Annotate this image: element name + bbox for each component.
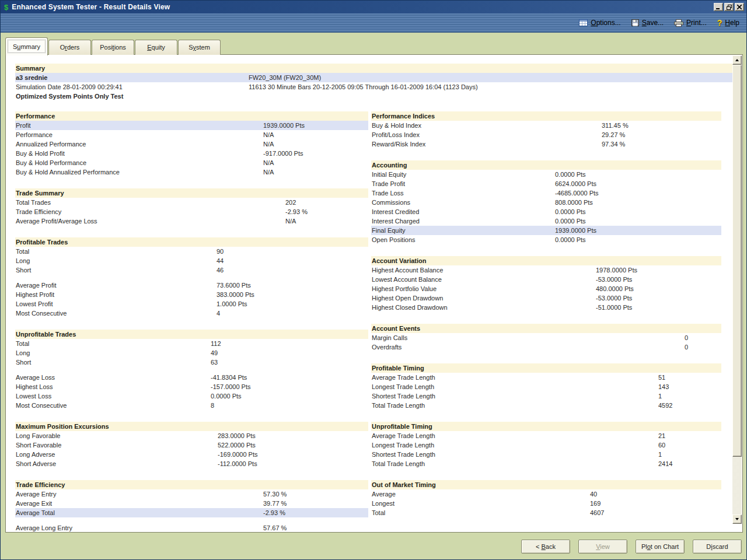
table-row[interactable]: PerformanceN/A: [15, 130, 368, 139]
table-row[interactable]: Long Favorable283.0000 Pts: [15, 431, 368, 440]
row-value: 522.0000 Pts: [218, 440, 256, 450]
table-row[interactable]: Average Total-2.93 %: [15, 508, 368, 517]
table-row[interactable]: Average Trade Length51: [371, 373, 721, 382]
table-row[interactable]: Longest169: [371, 499, 721, 508]
back-button[interactable]: < Back: [521, 540, 570, 554]
table-row[interactable]: Average Exit39.77 %: [15, 499, 368, 508]
table-row[interactable]: Long49: [15, 348, 368, 358]
row-value: -169.0000 Pts: [218, 450, 258, 459]
tab-summary[interactable]: Summary: [5, 37, 48, 55]
view-button[interactable]: View: [578, 540, 627, 554]
table-row[interactable]: Lowest Loss0.0000 Pts: [15, 391, 368, 401]
table-row[interactable]: Reward/Risk Index97.34 %: [371, 139, 721, 149]
table-row[interactable]: Average Trade Length21: [371, 431, 721, 440]
row-value: N/A: [263, 158, 274, 167]
table-row[interactable]: Trade Efficiency-2.93 %: [15, 207, 368, 216]
table-row[interactable]: Total4607: [371, 508, 721, 517]
scrollbar-thumb[interactable]: [732, 65, 742, 457]
title-bar: $ Enhanced System Tester - Result Detail…: [1, 1, 746, 13]
table-row[interactable]: Buy & Hold Index311.45 %: [371, 121, 721, 130]
section-header: Profitable Trades: [15, 237, 368, 247]
table-row[interactable]: Highest Profit383.0000 Pts: [15, 290, 368, 299]
discard-button[interactable]: Discard: [693, 540, 742, 554]
tab-orders[interactable]: Orders: [48, 40, 91, 55]
row-label: Annualized Performance: [16, 139, 86, 149]
test-type-row[interactable]: Optimized System Points Only Test: [15, 92, 733, 101]
table-row[interactable]: Longest Trade Length143: [371, 382, 721, 391]
save-button[interactable]: Save...: [631, 19, 664, 27]
table-row[interactable]: Highest Loss-157.0000 Pts: [15, 382, 368, 391]
table-row[interactable]: Highest Open Drawdown-53.0000 Pts: [371, 293, 721, 303]
table-row[interactable]: Short63: [15, 358, 368, 367]
table-row[interactable]: Highest Account Balance1978.0000 Pts: [371, 265, 721, 275]
row-label: Final Equity: [372, 226, 405, 235]
table-row[interactable]: Lowest Account Balance-53.0000 Pts: [371, 275, 721, 284]
plot-on-chart-button[interactable]: Plot on Chart: [636, 540, 685, 554]
minimize-icon: [716, 5, 721, 9]
table-row[interactable]: Total90: [15, 247, 368, 256]
table-row[interactable]: Shortest Trade Length1: [371, 450, 721, 459]
table-row[interactable]: Buy & Hold PerformanceN/A: [15, 158, 368, 167]
scroll-up-button[interactable]: [732, 55, 742, 65]
row-value: 4: [217, 309, 220, 318]
table-row[interactable]: Final Equity1939.0000 Pts: [371, 226, 721, 235]
table-row[interactable]: Short Favorable522.0000 Pts: [15, 440, 368, 450]
table-row[interactable]: Short Adverse-112.0000 Pts: [15, 459, 368, 468]
table-row[interactable]: Overdrafts0: [371, 342, 721, 352]
tab-positions[interactable]: Positions: [92, 40, 134, 55]
table-row[interactable]: Average40: [371, 489, 721, 499]
simulation-row[interactable]: Simulation Date 28-01-2009 00:29:41 1161…: [15, 82, 733, 92]
table-row[interactable]: Highest Portfolio Value480.0000 Pts: [371, 284, 721, 293]
row-value: 311.45 %: [602, 121, 629, 130]
table-row[interactable]: Lowest Profit1.0000 Pts: [15, 299, 368, 309]
table-row[interactable]: Most Consecutive8: [15, 401, 368, 410]
tab-equity[interactable]: Equity: [135, 40, 177, 55]
system-name-row[interactable]: a3 srednie FW20_30M (FW20_30M): [15, 73, 733, 82]
row-label: Overdrafts: [372, 342, 402, 352]
table-row[interactable]: Profit1939.0000 Pts: [15, 121, 368, 130]
table-row[interactable]: Buy & Hold Annualized PerformanceN/A: [15, 167, 368, 177]
table-row[interactable]: Average Profit/Average LossN/A: [15, 216, 368, 226]
table-row[interactable]: Highest Closed Drawdown-51.0000 Pts: [371, 303, 721, 312]
table-row[interactable]: Short46: [15, 265, 368, 275]
table-row[interactable]: Total112: [15, 339, 368, 348]
section-header: Performance Indices: [371, 111, 721, 121]
table-row[interactable]: Most Consecutive4: [15, 309, 368, 318]
row-label: Average Long Entry: [16, 523, 72, 532]
table-row[interactable]: Margin Calls0: [371, 333, 721, 342]
table-row[interactable]: Profit/Loss Index29.27 %: [371, 130, 721, 139]
print-button[interactable]: Print...: [674, 19, 707, 27]
table-row[interactable]: Long44: [15, 256, 368, 265]
minimize-button[interactable]: [714, 3, 723, 11]
table-row[interactable]: Open Positions0.0000 Pts: [371, 235, 721, 244]
help-button[interactable]: ? Help: [717, 18, 739, 27]
table-row[interactable]: Average Profit73.6000 Pts: [15, 281, 368, 290]
table-row[interactable]: Average Long Entry57.67 %: [15, 523, 368, 532]
table-row[interactable]: Buy & Hold Profit-917.0000 Pts: [15, 149, 368, 158]
table-row[interactable]: Average Entry57.30 %: [15, 489, 368, 499]
table-row[interactable]: Longest Trade Length60: [371, 440, 721, 450]
restore-button[interactable]: [724, 3, 734, 11]
table-row[interactable]: Commissions808.0000 Pts: [371, 198, 721, 207]
scroll-down-button[interactable]: [732, 514, 742, 524]
table-row[interactable]: Interest Charged0.0000 Pts: [371, 216, 721, 226]
table-row[interactable]: Long Adverse-169.0000 Pts: [15, 450, 368, 459]
table-row[interactable]: Total Trade Length2414: [371, 459, 721, 468]
options-button[interactable]: Options...: [579, 19, 620, 27]
table-row[interactable]: Trade Profit6624.0000 Pts: [371, 179, 721, 188]
section-unprofitable-timing: Unprofitable Timing Average Trade Length…: [371, 422, 721, 468]
table-row[interactable]: Trade Loss-4685.0000 Pts: [371, 188, 721, 198]
close-button[interactable]: [735, 3, 744, 11]
table-row[interactable]: Annualized PerformanceN/A: [15, 139, 368, 149]
vertical-scrollbar[interactable]: [732, 55, 742, 524]
row-value: 0.0000 Pts: [555, 216, 586, 226]
table-row[interactable]: Initial Equity0.0000 Pts: [371, 170, 721, 179]
table-row[interactable]: Average Loss-41.8304 Pts: [15, 373, 368, 382]
section-trade-efficiency: Trade Efficiency Average Entry57.30 % Av…: [15, 480, 368, 532]
table-row[interactable]: Total Trade Length4592: [371, 401, 721, 410]
row-value: 44: [217, 256, 224, 265]
tab-system[interactable]: System: [178, 40, 221, 55]
table-row[interactable]: Shortest Trade Length1: [371, 391, 721, 401]
table-row[interactable]: Interest Credited0.0000 Pts: [371, 207, 721, 216]
table-row[interactable]: Total Trades202: [15, 198, 368, 207]
